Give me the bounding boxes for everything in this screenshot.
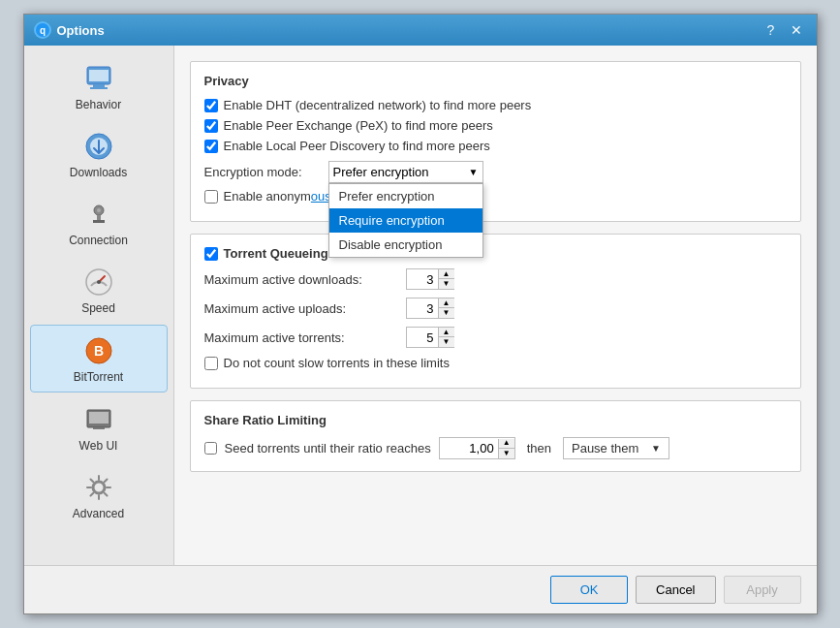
encryption-option-disable[interactable]: Disable encryption [329,233,482,257]
sidebar-item-speed[interactable]: Speed [30,257,168,323]
torrent-queue-checkbox[interactable] [204,247,218,261]
max-uploads-arrows: ▲ ▼ [438,298,454,318]
sidebar-item-behavior-label: Behavior [76,98,121,111]
ratio-row: Seed torrents until their ratio reaches … [204,437,787,459]
pex-checkbox[interactable] [204,119,218,133]
sidebar-item-connection[interactable]: Connection [30,189,168,255]
ratio-down[interactable]: ▼ [499,449,514,458]
max-torrents-down[interactable]: ▼ [439,337,454,347]
sidebar-item-advanced[interactable]: Advanced [30,462,168,528]
encryption-label: Encryption mode: [204,165,321,179]
share-ratio-section: Share Ratio Limiting Seed torrents until… [190,400,801,472]
encryption-dropdown-menu: Prefer encryption Require encryption Dis… [328,183,483,258]
cancel-button[interactable]: Cancel [636,576,715,604]
options-window: q Options ? ✕ Behavior [23,14,818,614]
title-bar: q Options ? ✕ [24,15,817,46]
svg-rect-4 [90,87,108,89]
encryption-option-prefer[interactable]: Prefer encryption [329,184,482,208]
spinbox-group: Maximum active downloads: ▲ ▼ Maximum ac… [204,268,787,348]
slow-torrents-row: Do not count slow torrents in these limi… [204,356,787,370]
bottom-bar: OK Cancel Apply [24,565,817,613]
then-action-label: Pause them [572,441,638,455]
dht-checkbox[interactable] [204,99,218,112]
main-content: Privacy Enable DHT (decentralized networ… [174,46,817,565]
share-ratio-title: Share Ratio Limiting [204,413,787,427]
sidebar-item-behavior[interactable]: Behavior [30,53,168,119]
anon-checkbox[interactable] [204,190,218,204]
max-downloads-label: Maximum active downloads: [204,272,398,287]
help-button[interactable]: ? [761,19,782,41]
sidebar-item-webui-label: Web UI [79,439,118,453]
encryption-option-require[interactable]: Require encryption [329,208,482,233]
max-uploads-label: Maximum active uploads: [204,301,398,316]
encryption-select-wrapper: Prefer encryption ▼ Prefer encryption Re… [328,161,483,183]
encryption-row: Encryption mode: Prefer encryption ▼ Pre… [204,161,787,183]
ratio-input[interactable] [440,438,498,458]
dht-label: Enable DHT (decentralized network) to fi… [224,98,532,112]
webui-icon [81,402,116,437]
max-uploads-spinbox: ▲ ▼ [406,298,454,319]
advanced-icon [81,470,116,505]
max-uploads-up[interactable]: ▲ [439,298,454,308]
ratio-arrows: ▲ ▼ [498,439,514,458]
title-bar-controls: ? ✕ [761,19,807,41]
sidebar-item-bittorrent-label: BitTorrent [74,370,123,384]
max-torrents-up[interactable]: ▲ [439,328,454,337]
torrent-queue-row: Torrent Queueing [204,246,787,261]
sidebar-item-downloads-label: Downloads [70,166,127,179]
lsd-checkbox[interactable] [204,140,218,153]
max-uploads-input[interactable] [407,299,438,318]
max-torrents-input[interactable] [407,329,438,347]
svg-rect-10 [93,220,105,223]
privacy-section: Privacy Enable DHT (decentralized networ… [190,61,801,222]
max-torrents-spinbox: ▲ ▼ [406,327,454,348]
seed-label: Seed torrents until their ratio reaches [225,441,431,455]
pex-label: Enable Peer Exchange (PeX) to find more … [224,118,493,133]
lsd-label: Enable Local Peer Discovery to find more… [224,139,490,153]
sidebar-item-webui[interactable]: Web UI [30,394,168,460]
max-downloads-arrows: ▲ ▼ [438,269,454,289]
max-uploads-row: Maximum active uploads: ▲ ▼ [204,298,787,319]
title-bar-left: q Options [34,21,105,39]
apply-button[interactable]: Apply [724,576,801,604]
encryption-dropdown-trigger[interactable]: Prefer encryption ▼ [328,161,483,183]
ok-button[interactable]: OK [550,576,628,604]
anon-label-text: Enable anonym [224,189,311,204]
max-torrents-arrows: ▲ ▼ [438,328,454,347]
svg-rect-18 [89,412,109,424]
max-torrents-label: Maximum active torrents: [204,330,398,345]
max-downloads-row: Maximum active downloads: ▲ ▼ [204,268,787,290]
svg-point-11 [97,208,101,212]
window-body: Behavior Downloads [24,46,817,565]
svg-text:B: B [93,343,103,359]
ratio-up[interactable]: ▲ [499,439,514,449]
torrent-queue-section: Torrent Queueing Maximum active download… [190,234,801,389]
anon-row: Enable anonymous mode (more information) [204,189,787,204]
svg-point-14 [97,280,101,284]
seed-ratio-checkbox[interactable] [204,442,217,455]
downloads-icon [81,129,116,164]
svg-point-20 [93,482,105,493]
max-downloads-up[interactable]: ▲ [439,269,454,279]
slow-torrents-checkbox[interactable] [204,357,218,370]
max-downloads-down[interactable]: ▼ [439,279,454,289]
close-button[interactable]: ✕ [786,19,807,41]
torrent-queue-label: Torrent Queueing [224,246,328,261]
sidebar-item-downloads[interactable]: Downloads [30,121,168,187]
lsd-row: Enable Local Peer Discovery to find more… [204,139,787,153]
encryption-current-value: Prefer encryption [333,165,469,179]
max-downloads-input[interactable] [407,270,438,289]
then-label: then [527,441,551,455]
then-action-select[interactable]: Pause them ▼ [563,437,669,459]
max-uploads-down[interactable]: ▼ [439,308,454,318]
bittorrent-icon: B [81,333,116,368]
svg-rect-5 [89,70,109,81]
sidebar-item-bittorrent[interactable]: B BitTorrent [30,325,168,392]
svg-rect-3 [93,84,105,87]
ratio-input-wrapper: ▲ ▼ [439,437,515,459]
svg-rect-19 [93,427,105,429]
then-action-arrow-icon: ▼ [651,443,661,454]
sidebar-item-advanced-label: Advanced [73,507,124,520]
behavior-icon [81,61,116,96]
sidebar-item-speed-label: Speed [81,301,115,315]
